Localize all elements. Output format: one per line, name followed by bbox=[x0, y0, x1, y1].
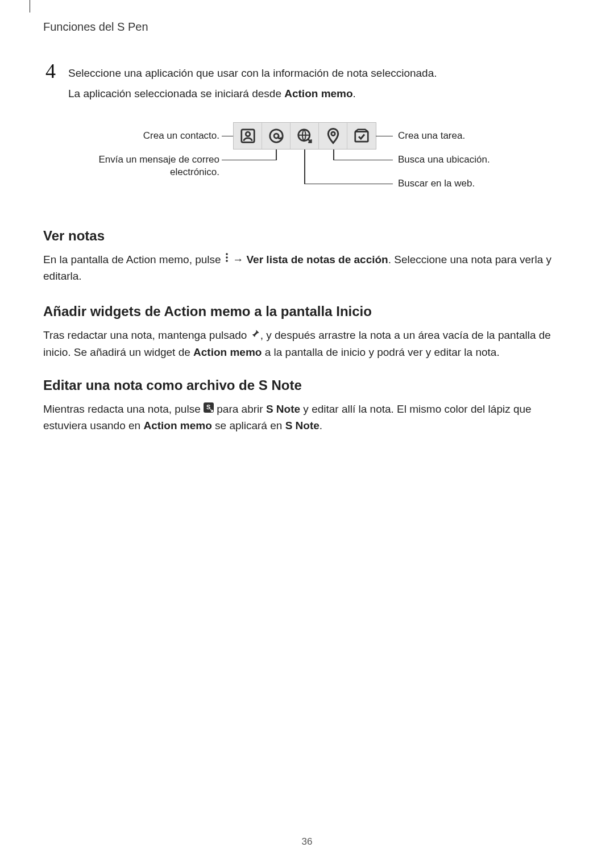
step-sub-bold: Action memo bbox=[284, 88, 352, 99]
task-check-icon bbox=[353, 127, 370, 144]
svg-point-1 bbox=[246, 132, 250, 136]
callout-line bbox=[304, 149, 305, 184]
svg-point-8 bbox=[226, 256, 228, 259]
callout-email-b: electrónico. bbox=[43, 167, 219, 178]
callout-line bbox=[222, 136, 233, 137]
para-anadir: Tras redactar una nota, mantenga pulsado… bbox=[43, 327, 571, 360]
para-ver-notas: En la pantalla de Action memo, pulse → V… bbox=[43, 252, 571, 285]
heading-editar: Editar una nota como archivo de S Note bbox=[43, 377, 571, 393]
step-subtext: La aplicación seleccionada se iniciará d… bbox=[68, 86, 571, 102]
para-editar: Mientras redacta una nota, pulse S para … bbox=[43, 401, 571, 434]
section-title: Funciones del S Pen bbox=[43, 20, 571, 34]
web-search-button[interactable] bbox=[291, 123, 319, 149]
step-number: 4 bbox=[43, 61, 58, 81]
text-bold: S Note bbox=[266, 403, 300, 415]
callout-line bbox=[276, 149, 277, 160]
callout-email-a: Envía un mensaje de correo bbox=[43, 154, 219, 165]
action-memo-diagram: Crea un contacto. Envía un mensaje de co… bbox=[43, 122, 571, 202]
svg-point-9 bbox=[226, 260, 228, 262]
text: a la pantalla de inicio y podrá ver y ed… bbox=[262, 346, 499, 358]
svg-point-2 bbox=[269, 129, 283, 142]
step-sub-post: . bbox=[353, 88, 356, 99]
text-bold: Ver lista de notas de acción bbox=[246, 254, 388, 265]
pin-note-icon bbox=[250, 327, 260, 344]
step-text: Seleccione una aplicación que usar con l… bbox=[68, 61, 437, 81]
text: Mientras redacta una nota, pulse bbox=[43, 403, 204, 415]
page-number: 36 bbox=[0, 836, 614, 848]
callout-line bbox=[333, 160, 393, 161]
action-toolbar bbox=[233, 122, 376, 149]
text: Tras redactar una nota, mantenga pulsado bbox=[43, 329, 250, 341]
callout-location: Busca una ubicación. bbox=[398, 154, 490, 165]
callout-contact: Crea un contacto. bbox=[43, 130, 219, 142]
snote-icon: S bbox=[204, 401, 214, 418]
svg-point-7 bbox=[226, 253, 228, 255]
heading-anadir: Añadir widgets de Action memo a la panta… bbox=[43, 304, 571, 319]
svg-text:S: S bbox=[206, 404, 210, 410]
more-options-icon bbox=[224, 251, 230, 268]
text: → bbox=[230, 254, 247, 265]
callout-task: Crea una tarea. bbox=[398, 130, 465, 142]
at-icon bbox=[268, 127, 285, 144]
svg-point-5 bbox=[331, 132, 335, 136]
contact-app-button[interactable] bbox=[234, 123, 262, 149]
callout-line bbox=[333, 149, 334, 160]
globe-arrow-icon bbox=[296, 127, 313, 144]
text: se aplicará en bbox=[212, 420, 285, 431]
text-bold: S Note bbox=[285, 420, 320, 431]
task-app-button[interactable] bbox=[347, 123, 376, 149]
text: para abrir bbox=[214, 403, 266, 415]
pin-icon bbox=[325, 127, 342, 144]
text-bold: Action memo bbox=[143, 420, 211, 431]
callout-line bbox=[304, 184, 393, 185]
text-bold: Action memo bbox=[193, 346, 262, 358]
text: . bbox=[320, 420, 322, 431]
text: En la pantalla de Action memo, pulse bbox=[43, 254, 224, 265]
callout-web: Buscar en la web. bbox=[398, 178, 475, 189]
heading-ver-notas: Ver notas bbox=[43, 228, 571, 244]
step-4: 4 Seleccione una aplicación que usar con… bbox=[43, 61, 571, 81]
callout-line bbox=[222, 160, 276, 161]
step-sub-pre: La aplicación seleccionada se iniciará d… bbox=[68, 88, 284, 99]
location-app-button[interactable] bbox=[319, 123, 347, 149]
email-app-button[interactable] bbox=[262, 123, 291, 149]
header-rule bbox=[30, 0, 30, 13]
contact-icon bbox=[239, 127, 256, 144]
callout-line bbox=[376, 136, 393, 137]
